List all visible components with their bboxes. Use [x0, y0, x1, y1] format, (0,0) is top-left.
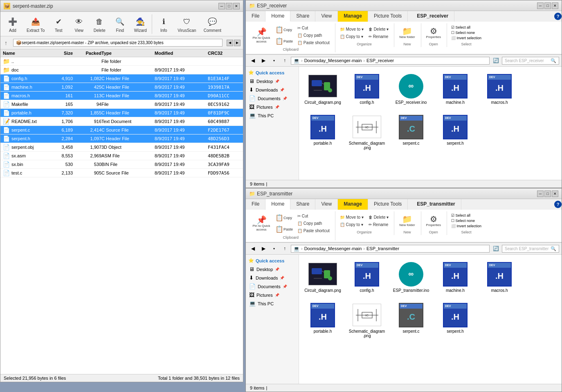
pin-quick-access-button-bottom[interactable]: 📌 Pin to Quick access — [250, 214, 273, 233]
tab-file-bottom[interactable]: File — [246, 199, 265, 210]
breadcrumb-part2-top[interactable]: ESP_receiver — [366, 58, 394, 63]
select-none-button-top[interactable]: ☐ Select none — [450, 30, 483, 35]
new-folder-button-top[interactable]: 📁 New folder — [397, 25, 417, 40]
sidebar-desktop-bottom[interactable]: 🖥 Desktop 📌 — [246, 265, 299, 273]
list-item[interactable]: Circuit_diagram.png — [302, 258, 343, 296]
breadcrumb-part1-bottom[interactable]: Doomsday_Messenger-main — [304, 246, 362, 251]
table-row[interactable]: 📄macros.h 161 113 C Header File 8/9/2017… — [0, 92, 243, 100]
add-button[interactable]: ➕ Add — [3, 13, 22, 34]
sidebar-quick-access-top[interactable]: ⭐ Quick access — [246, 68, 299, 77]
tab-home-bottom[interactable]: Home — [265, 199, 290, 210]
view-button[interactable]: 👁 View — [69, 13, 89, 34]
refresh-button-top[interactable]: 🔄 — [491, 56, 500, 65]
tab-picture-top[interactable]: Picture Tools — [368, 11, 408, 22]
tab-view-bottom[interactable]: View — [315, 199, 338, 210]
sidebar-desktop-top[interactable]: 🖥 Desktop 📌 — [246, 77, 299, 85]
invert-selection-button-bottom[interactable]: ⬜ Invert selection — [450, 224, 483, 228]
invert-selection-button-top[interactable]: ⬜ Invert selection — [450, 36, 483, 40]
table-row[interactable]: 📄serpent.c 6,189 2,414 C Source File 8/9… — [0, 126, 243, 134]
tab-view-top[interactable]: View — [315, 11, 338, 22]
select-all-button-top[interactable]: ☑ Select all — [450, 25, 483, 30]
sidebar-pictures-top[interactable]: 🖼 Pictures 📌 — [246, 103, 299, 111]
tab-manage-top[interactable]: Manage — [338, 11, 368, 22]
paste-shortcut-button-top[interactable]: 📋 Paste shortcut — [295, 39, 332, 46]
moveto-button-bottom[interactable]: 📁 Move to ▾ — [338, 214, 366, 221]
list-item[interactable]: DEV .H macros.h — [479, 258, 520, 296]
delete-button-top[interactable]: 🗑 Delete ▾ — [366, 26, 391, 33]
new-folder-button-bottom[interactable]: 📁 New folder — [397, 213, 417, 228]
breadcrumb-part2-bottom[interactable]: ESP_transmitter — [366, 246, 399, 251]
forward-button-bottom[interactable]: ▶ — [259, 244, 268, 253]
list-item[interactable]: IC Schematic_diagram.png — [346, 299, 387, 341]
sidebar-documents-top[interactable]: 📄 Documents 📌 — [246, 94, 299, 103]
cut-button-bottom[interactable]: ✂ Cut — [295, 213, 332, 220]
expand-button[interactable]: ▶ — [234, 40, 241, 46]
table-row[interactable]: 📄config.h 4,910 1,082 C Header File 8/9/… — [0, 74, 243, 83]
table-row[interactable]: 📄portable.h 7,320 1,855 C Header File 8/… — [0, 109, 243, 117]
sidebar-thispc-bottom[interactable]: 💻 This PC — [246, 299, 299, 308]
back-button-top[interactable]: ◀ — [248, 56, 257, 65]
properties-button-bottom[interactable]: ⚙ Properties — [424, 213, 443, 228]
delete-button[interactable]: 🗑 Delete — [90, 13, 109, 34]
delete-button-bottom[interactable]: 🗑 Delete ▾ — [366, 214, 391, 221]
transmitter-maximize[interactable]: □ — [544, 190, 551, 197]
up-nav-button-top[interactable]: ↑ — [280, 56, 289, 65]
list-item[interactable]: DEV .C serpent.c — [391, 299, 432, 341]
help-button-top[interactable]: ? — [554, 13, 562, 20]
sidebar-downloads-bottom[interactable]: ⬇ Downloads 📌 — [246, 273, 299, 282]
sidebar-thispc-top[interactable]: 💻 This PC — [246, 111, 299, 120]
rename-button-top[interactable]: ✏ Rename — [366, 33, 391, 40]
table-row[interactable]: 📄machine.h 1,092 425 C Header File 8/9/2… — [0, 83, 243, 92]
paste-shortcut-button-bottom[interactable]: 📋 Paste shortcut — [295, 227, 332, 234]
minimize-button[interactable]: ─ — [218, 3, 225, 9]
refresh-button-bottom[interactable]: 🔄 — [491, 244, 500, 253]
select-none-button-bottom[interactable]: ☐ Select none — [450, 218, 483, 223]
list-item[interactable]: DEV .H machine.h — [435, 258, 476, 296]
table-row[interactable]: 📝README.txt 1,706 916 Text Document 8/9/… — [0, 117, 243, 126]
list-item[interactable]: DEV .H config.h — [346, 258, 387, 296]
list-item[interactable]: Circuit_diagram.png — [302, 70, 343, 108]
recent-button-top[interactable]: ▾ — [270, 56, 279, 65]
table-row[interactable]: 📄sx.bin 530 530 BIN File 8/9/2017 19:49 … — [0, 160, 243, 169]
list-item[interactable]: DEV .H portable.h — [302, 111, 343, 153]
moveto-button-top[interactable]: 📁 Move to ▾ — [338, 26, 366, 33]
tab-share-bottom[interactable]: Share — [290, 199, 315, 210]
tab-manage-bottom[interactable]: Manage — [338, 199, 368, 210]
table-row[interactable]: 📁doc File folder 8/9/2017 19:49 — [0, 66, 243, 74]
receiver-maximize[interactable]: □ — [544, 2, 551, 9]
test-button[interactable]: ✔ Test — [49, 13, 68, 34]
transmitter-close[interactable]: ✕ — [552, 190, 558, 197]
copyto-button-top[interactable]: 📋 Copy to ▾ — [338, 33, 366, 40]
comment-button[interactable]: 💬 Comment — [200, 13, 225, 34]
properties-button-top[interactable]: ⚙ Properties — [424, 25, 443, 40]
list-item[interactable]: DEV .H serpent.h — [435, 299, 476, 341]
info-button[interactable]: ℹ Info — [154, 13, 173, 34]
copy-button-bottom[interactable]: 📋 Copy — [274, 212, 294, 223]
copy-path-button-top[interactable]: 📋 Copy path — [295, 32, 332, 39]
search-box-bottom[interactable]: Search ESP_transmitter 🔍 — [502, 245, 559, 253]
tab-file-top[interactable]: File — [246, 11, 265, 22]
tab-share-top[interactable]: Share — [290, 11, 315, 22]
up-nav-button-bottom[interactable]: ↑ — [280, 244, 289, 253]
sidebar-quick-access-bottom[interactable]: ⭐ Quick access — [246, 256, 299, 265]
address-path-bottom[interactable]: 💻 › Doomsday_Messenger-main › ESP_transm… — [291, 245, 490, 253]
list-item[interactable]: ∞ ESP_receiver.ino — [391, 70, 432, 108]
table-row[interactable]: 📄sx.asm 8,553 2,969 ASM File 8/9/2017 19… — [0, 152, 243, 160]
list-item[interactable]: DEV .H portable.h — [302, 299, 343, 341]
rename-button-bottom[interactable]: ✏ Rename — [366, 221, 391, 228]
receiver-close[interactable]: ✕ — [552, 2, 558, 9]
table-row[interactable]: 📄serpent.obj 3,458 1,907 3D Object 8/9/2… — [0, 143, 243, 152]
table-row[interactable]: 📄Makefile 165 94 File 8/9/2017 19:49 0EC… — [0, 100, 243, 109]
address-path-top[interactable]: 💻 › Doomsday_Messenger-main › ESP_receiv… — [291, 57, 490, 65]
tab-picture-bottom[interactable]: Picture Tools — [368, 199, 408, 210]
maximize-button[interactable]: □ — [226, 3, 232, 9]
sidebar-downloads-top[interactable]: ⬇ Downloads 📌 — [246, 85, 299, 94]
list-item[interactable]: DEV .H serpent.h — [435, 111, 476, 153]
up-button[interactable]: ↑ — [3, 38, 9, 48]
copyto-button-bottom[interactable]: 📋 Copy to ▾ — [338, 221, 366, 228]
collapse-button[interactable]: ◀ — [227, 40, 233, 46]
help-button-bottom[interactable]: ? — [554, 201, 562, 208]
list-item[interactable]: DEV .H config.h — [346, 70, 387, 108]
tab-home-top[interactable]: Home — [265, 11, 290, 22]
list-item[interactable]: ∞ ESP_transmitter.ino — [391, 258, 432, 296]
